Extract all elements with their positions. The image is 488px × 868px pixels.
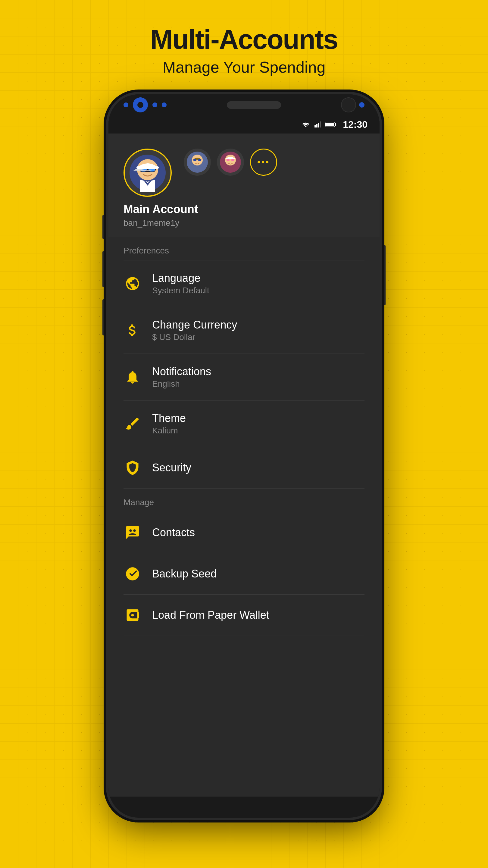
header-title: Multi-Accounts <box>150 24 338 55</box>
svg-rect-13 <box>136 166 159 169</box>
silent-button <box>102 299 106 336</box>
theme-text: Theme Kalium <box>152 412 364 435</box>
signal-icon <box>313 121 322 128</box>
contacts-title: Contacts <box>152 526 364 539</box>
language-title: Language <box>152 272 364 284</box>
notifications-title: Notifications <box>152 365 364 378</box>
security-icon <box>124 459 141 477</box>
backup-title: Backup Seed <box>152 567 364 580</box>
svg-rect-3 <box>320 121 321 127</box>
led-indicator-3 <box>162 102 167 107</box>
currency-title: Change Currency <box>152 318 364 331</box>
main-avatar[interactable] <box>124 149 172 197</box>
front-camera-icon <box>133 97 148 113</box>
security-title: Security <box>152 461 364 474</box>
led-indicator <box>124 102 128 107</box>
backup-text: Backup Seed <box>152 567 364 580</box>
currency-text: Change Currency $ US Dollar <box>152 318 364 342</box>
shield-svg <box>125 460 140 475</box>
divider-10 <box>124 636 364 636</box>
status-time: 12:30 <box>343 119 367 130</box>
account-avatar-3[interactable] <box>217 149 244 176</box>
svg-rect-5 <box>335 123 336 126</box>
theme-icon <box>124 415 141 433</box>
notifications-menu-item[interactable]: Notifications English <box>108 354 380 400</box>
currency-subtitle: $ US Dollar <box>152 333 364 342</box>
avatar-2-image <box>187 152 208 173</box>
more-accounts-button[interactable]: ••• <box>250 149 277 176</box>
paper-wallet-menu-item[interactable]: Load From Paper Wallet <box>108 595 380 636</box>
sensor-dot <box>359 102 364 107</box>
account-name: Main Account <box>124 203 364 216</box>
currency-menu-item[interactable]: Change Currency $ US Dollar <box>108 307 380 353</box>
status-icons <box>301 121 337 128</box>
svg-rect-0 <box>315 125 316 127</box>
svg-rect-6 <box>325 123 334 126</box>
profile-section: ••• Main Account ban_1meme1y <box>108 133 380 237</box>
contacts-svg <box>125 525 140 540</box>
avatar-image <box>128 153 167 192</box>
manage-section-label: Manage <box>108 489 380 512</box>
language-subtitle: System Default <box>152 286 364 296</box>
theme-subtitle: Kalium <box>152 426 364 435</box>
svg-rect-17 <box>198 159 201 161</box>
account-avatar-2[interactable] <box>184 149 211 176</box>
screen-content: ••• Main Account ban_1meme1y Preferences <box>108 133 380 797</box>
phone-frame: 12:30 <box>108 94 380 818</box>
wifi-icon <box>301 121 310 128</box>
notifications-subtitle: English <box>152 379 364 389</box>
language-icon <box>124 275 141 293</box>
brush-svg <box>125 416 140 432</box>
paper-wallet-title: Load From Paper Wallet <box>152 609 364 621</box>
volume-up-button <box>102 215 106 239</box>
currency-icon <box>124 321 141 339</box>
theme-title: Theme <box>152 412 364 425</box>
led-indicator-2 <box>153 102 157 107</box>
contacts-icon <box>124 524 141 541</box>
svg-rect-20 <box>227 159 230 161</box>
status-bar: 12:30 <box>108 116 380 133</box>
wallet-svg <box>125 607 140 623</box>
svg-rect-21 <box>231 159 234 161</box>
coins-svg <box>125 322 140 338</box>
power-button <box>382 245 386 305</box>
language-text: Language System Default <box>152 272 364 296</box>
phone-top-bar <box>108 94 380 116</box>
volume-down-button <box>102 251 106 287</box>
contacts-menu-item[interactable]: Contacts <box>108 512 380 553</box>
backup-svg <box>125 566 140 582</box>
more-icon: ••• <box>257 157 270 167</box>
backup-menu-item[interactable]: Backup Seed <box>108 553 380 594</box>
globe-svg <box>125 276 140 291</box>
header: Multi-Accounts Manage Your Spending <box>150 24 338 76</box>
security-text: Security <box>152 461 364 474</box>
security-menu-item[interactable]: Security <box>108 447 380 488</box>
phone-device: 12:30 <box>108 94 380 818</box>
theme-menu-item[interactable]: Theme Kalium <box>108 401 380 447</box>
svg-rect-1 <box>316 124 318 127</box>
paper-wallet-icon <box>124 606 141 624</box>
battery-icon <box>325 121 337 128</box>
paper-wallet-text: Load From Paper Wallet <box>152 609 364 621</box>
svg-rect-2 <box>318 123 319 127</box>
backup-icon <box>124 565 141 583</box>
notifications-icon <box>124 368 141 386</box>
notifications-text: Notifications English <box>152 365 364 389</box>
header-subtitle: Manage Your Spending <box>150 58 338 76</box>
earpiece <box>227 101 281 109</box>
contacts-text: Contacts <box>152 526 364 539</box>
avatar-3-image <box>220 152 241 173</box>
account-id: ban_1meme1y <box>124 218 364 228</box>
selfie-camera <box>341 97 356 113</box>
bell-svg <box>125 369 140 385</box>
svg-rect-16 <box>193 159 196 161</box>
preferences-section-label: Preferences <box>108 237 380 260</box>
language-menu-item[interactable]: Language System Default <box>108 260 380 307</box>
